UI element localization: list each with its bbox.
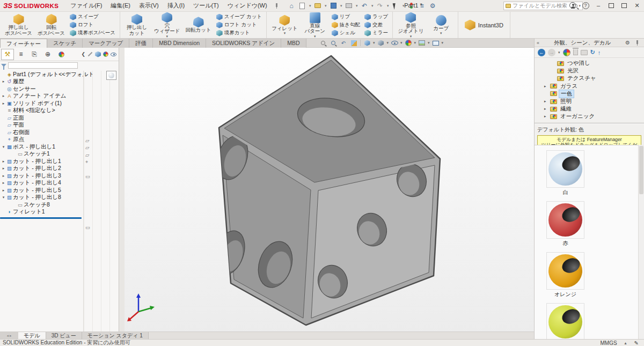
propertymanager-tab[interactable]: ≡: [14, 49, 27, 60]
mirror-button[interactable]: ミラー: [363, 30, 389, 37]
tree-item-annotations[interactable]: Aアノテート アイテム: [0, 93, 119, 100]
appearance-item-gloss[interactable]: 光沢: [535, 67, 644, 75]
menu-insert[interactable]: 挿入(I): [163, 0, 189, 11]
collapse-chevrons-icon[interactable]: «: [537, 40, 539, 46]
task-pane-pin-icon[interactable]: [634, 40, 640, 46]
expander-icon[interactable]: [1, 188, 6, 193]
revolve-cut-button[interactable]: 回転カット: [184, 16, 213, 34]
menu-tools[interactable]: ツール(T): [189, 0, 223, 11]
expander-icon[interactable]: [1, 145, 6, 149]
menu-edit[interactable]: 編集(E): [106, 0, 135, 11]
open-folder-icon[interactable]: [581, 50, 588, 55]
hide-show-caret-icon[interactable]: ▾: [400, 41, 402, 45]
fillet-button[interactable]: フィレット ▾: [270, 14, 299, 36]
appearance-item-fabric[interactable]: 繊維: [535, 105, 644, 113]
rollback-bar[interactable]: [0, 217, 82, 219]
sweep-cut-button[interactable]: スイープ カット: [215, 13, 263, 21]
hole-wizard-button[interactable]: 穴 ウィザード ▾: [152, 12, 181, 39]
forward-icon[interactable]: →: [548, 49, 555, 56]
apply-scene-icon[interactable]: [418, 39, 426, 47]
tab-model[interactable]: モデル: [18, 332, 46, 339]
edit-appearance-icon[interactable]: [404, 39, 413, 47]
appearance-item-organic[interactable]: オーガニック: [535, 113, 644, 120]
menu-window[interactable]: ウィンドウ(W): [223, 0, 272, 11]
featuremanager-tab[interactable]: ⚒: [1, 49, 14, 60]
tree-item-top-plane[interactable]: ▱平面: [0, 122, 119, 129]
loft-cut-button[interactable]: ロフト カット: [215, 21, 263, 29]
tree-item-origin[interactable]: ⌖原点: [0, 136, 119, 144]
loft-button[interactable]: ロフト: [69, 21, 116, 29]
display-style-icon[interactable]: [377, 39, 385, 47]
hide-show-column-icon[interactable]: [111, 53, 116, 56]
history-caret-icon[interactable]: ▾: [558, 50, 560, 55]
tab-mbd-dimension[interactable]: MBD Dimension: [153, 39, 206, 48]
tag-editor-icon[interactable]: ✎: [634, 340, 639, 346]
section-view-icon[interactable]: [349, 39, 358, 47]
swatch-red[interactable]: 赤: [546, 201, 584, 247]
filter-funnel-icon[interactable]: [1, 64, 6, 67]
boundary-cut-button[interactable]: 境界カット: [215, 30, 263, 37]
tree-item-cut-extrude4[interactable]: ▨カット - 押し出し4: [0, 180, 119, 187]
tab-mbd[interactable]: MBD: [281, 39, 306, 48]
reference-geometry-caret-icon[interactable]: ▾: [410, 34, 412, 38]
revolve-boss-button[interactable]: 回転 ボス/ベース: [36, 13, 67, 36]
expander-icon[interactable]: [1, 166, 6, 171]
scrollbar-thumb[interactable]: [639, 146, 643, 194]
open-caret-icon[interactable]: ▾: [324, 4, 328, 8]
annotation-pencil-icon[interactable]: [88, 52, 92, 56]
appearance-item-lights[interactable]: 照明: [535, 98, 644, 105]
pin-menu-icon[interactable]: [274, 3, 279, 9]
tree-item-right-plane[interactable]: ▱右側面: [0, 129, 119, 136]
tree-item-fillet1[interactable]: ◗フィレット1: [0, 209, 119, 216]
fillet-caret-icon[interactable]: ▾: [284, 31, 286, 35]
swatch-orange-thumbnail[interactable]: [546, 252, 584, 290]
tree-item-material[interactable]: ≡材料 <指定なし>: [0, 107, 119, 115]
tree-item-solid-bodies[interactable]: ▣ソリッド ボディ(1): [0, 100, 119, 107]
tree-item-cut-extrude2[interactable]: ▨カット - 押し出し2: [0, 165, 119, 173]
hide-show-items-icon[interactable]: [390, 39, 399, 47]
swatch-white-thumbnail[interactable]: [546, 150, 584, 188]
expander-icon[interactable]: [544, 84, 548, 89]
hole-wizard-caret-icon[interactable]: ▾: [166, 34, 169, 38]
appearance-column-icon[interactable]: [103, 51, 108, 57]
tree-item-sketch8[interactable]: ▭スケッチ8: [0, 201, 119, 209]
swatch-red-thumbnail[interactable]: [546, 201, 584, 239]
previous-view-icon[interactable]: ↶: [339, 39, 348, 47]
tree-filter-input[interactable]: [8, 62, 78, 69]
tree-item-boss-extrude1[interactable]: ▦ボス - 押し出し1: [0, 143, 119, 151]
expander-icon[interactable]: [544, 107, 548, 111]
expander-icon[interactable]: [1, 94, 6, 98]
menu-file[interactable]: ファイル(F): [66, 0, 106, 11]
appearance-item-matte[interactable]: つや消し: [535, 60, 644, 67]
new-document-icon[interactable]: [297, 1, 308, 10]
tab-scroll-buttons[interactable]: ◂ ▸: [0, 332, 18, 339]
draft-button[interactable]: 抜き勾配: [331, 21, 361, 29]
up-folder-icon[interactable]: ↑: [598, 49, 601, 56]
apply-scene-caret-icon[interactable]: ▾: [428, 41, 430, 45]
tree-item-sketch1[interactable]: ▭スケッチ1: [0, 151, 119, 158]
instant3d-button[interactable]: Instant3D: [462, 20, 507, 31]
user-account-icon[interactable]: [568, 1, 577, 10]
swatch-orange[interactable]: オレンジ: [546, 252, 584, 298]
appearance-item-texture[interactable]: テクスチャ: [535, 75, 644, 82]
swatch-white[interactable]: 白: [546, 150, 584, 196]
tree-item-front-plane[interactable]: ▱正面: [0, 114, 119, 122]
new-caret-icon[interactable]: ▾: [308, 4, 312, 8]
linear-pattern-caret-icon[interactable]: ▾: [314, 34, 316, 38]
units-label[interactable]: MMGS: [600, 340, 617, 346]
display-mode-icon[interactable]: [95, 51, 101, 57]
tree-item-cut-extrude1[interactable]: ▨カット - 押し出し1: [0, 158, 119, 165]
dice-model[interactable]: [125, 48, 534, 332]
swatch-yellow[interactable]: [546, 303, 584, 339]
expander-icon[interactable]: [1, 181, 6, 185]
home-icon[interactable]: ⌂: [287, 1, 297, 10]
expander-icon[interactable]: [1, 174, 6, 178]
open-icon[interactable]: [313, 1, 323, 10]
menu-view[interactable]: 表示(V): [135, 0, 163, 11]
expander-icon[interactable]: [1, 101, 6, 106]
tab-3d-views[interactable]: 3D ビュー: [46, 332, 82, 339]
expander-icon[interactable]: [1, 79, 6, 84]
extrude-boss-button[interactable]: 押し出し ボス/ベース: [3, 13, 34, 36]
zoom-to-area-icon[interactable]: [329, 39, 338, 47]
expander-icon[interactable]: [544, 114, 548, 119]
